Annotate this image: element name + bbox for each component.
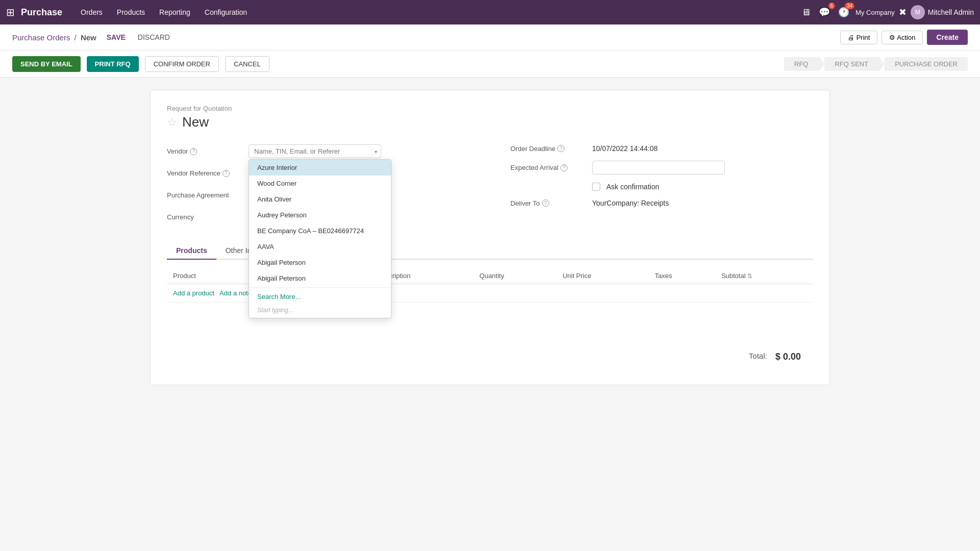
- vendor-dropdown: Azure Interior Wood Corner Anita Oliver …: [249, 159, 391, 318]
- breadcrumb-separator: /: [75, 33, 79, 42]
- expected-arrival-row: Expected Arrival ?: [510, 161, 813, 174]
- deliver-to-row: Deliver To ? YourCompany: Receipts: [510, 199, 813, 207]
- support-icon[interactable]: 🖥: [799, 5, 813, 20]
- dropdown-item-audrey-peterson[interactable]: Audrey Peterson: [249, 207, 391, 223]
- col-subtotal: Subtotal ⇅: [715, 268, 813, 284]
- cancel-button[interactable]: CANCEL: [225, 56, 270, 72]
- step-arrow-1: [818, 56, 824, 72]
- dropdown-item-anita-oliver[interactable]: Anita Oliver: [249, 191, 391, 207]
- ask-confirmation-label[interactable]: Ask confirmation: [592, 183, 659, 191]
- app-grid-icon[interactable]: ⊞: [6, 6, 15, 18]
- dropdown-hint: Start typing...: [249, 305, 391, 318]
- nav-right: 🖥 💬6 🕐34 My Company ✖ M Mitchell Admin: [799, 5, 974, 20]
- order-deadline-row: Order Deadline ? 10/07/2022 14:44:08: [510, 144, 813, 153]
- breadcrumb-left: Purchase Orders / New SAVE DISCARD: [12, 31, 174, 43]
- create-button[interactable]: Create: [927, 30, 968, 45]
- dropdown-item-be-company[interactable]: BE Company CoA – BE0246697724: [249, 223, 391, 239]
- form-title: New: [182, 114, 209, 130]
- dropdown-divider: [249, 287, 391, 288]
- dropdown-item-wood-corner[interactable]: Wood Corner: [249, 176, 391, 191]
- messages-badge: 6: [828, 3, 836, 9]
- deliver-to-value: YourCompany: Receipts: [592, 199, 813, 207]
- col-quantity: Quantity: [473, 268, 556, 284]
- print-rfq-button[interactable]: PRINT RFQ: [87, 56, 139, 72]
- order-deadline-value: 10/07/2022 14:44:08: [592, 144, 813, 153]
- col-taxes: Taxes: [649, 268, 715, 284]
- currency-label: Currency: [167, 213, 249, 221]
- print-icon: 🖨: [848, 34, 854, 41]
- deliver-to-label: Deliver To ?: [510, 199, 592, 207]
- user-avatar: M: [911, 5, 925, 19]
- breadcrumb-parent[interactable]: Purchase Orders: [12, 33, 70, 42]
- nav-orders[interactable]: Orders: [75, 5, 109, 19]
- expected-arrival-label: Expected Arrival ?: [510, 164, 592, 171]
- deliver-to-help-icon[interactable]: ?: [542, 199, 549, 207]
- action-button[interactable]: ⚙ Action: [881, 31, 923, 44]
- nav-configuration[interactable]: Configuration: [199, 5, 253, 19]
- vendor-input[interactable]: [249, 144, 381, 158]
- status-steps: RFQ RFQ SENT PURCHASE ORDER: [784, 56, 968, 72]
- dropdown-item-aava[interactable]: AAVA: [249, 239, 391, 255]
- vendor-help-icon[interactable]: ?: [190, 148, 197, 155]
- dropdown-search-more[interactable]: Search More...: [249, 289, 391, 305]
- breadcrumb: Purchase Orders / New: [12, 33, 96, 42]
- top-nav: ⊞ Purchase Orders Products Reporting Con…: [0, 0, 980, 24]
- tab-products[interactable]: Products: [167, 242, 216, 260]
- ask-confirmation-checkbox[interactable]: [592, 183, 600, 191]
- order-deadline-label: Order Deadline ?: [510, 145, 592, 153]
- form-card: Request for Quotation ☆ New Vendor ? ▾: [150, 90, 830, 385]
- sort-icon[interactable]: ⇅: [747, 272, 752, 280]
- vendor-ref-help-icon[interactable]: ?: [223, 170, 230, 177]
- nav-links: Orders Products Reporting Configuration: [75, 5, 795, 19]
- step-arrow-2: [878, 56, 885, 72]
- vendor-input-container: ▾ Azure Interior Wood Corner Anita Olive…: [249, 144, 381, 158]
- main-content: Request for Quotation ☆ New Vendor ? ▾: [138, 78, 842, 397]
- nav-reporting[interactable]: Reporting: [153, 5, 197, 19]
- dropdown-item-azure-interior[interactable]: Azure Interior: [249, 160, 391, 176]
- settings-icon[interactable]: ✖: [899, 7, 906, 18]
- form-title-row: ☆ New: [167, 114, 813, 130]
- expected-arrival-help-icon[interactable]: ?: [560, 164, 568, 171]
- form-grid: Vendor ? ▾ Azure Interior Wood Corner An…: [167, 144, 813, 232]
- app-name: Purchase: [21, 7, 62, 18]
- company-name: My Company: [855, 9, 895, 16]
- gear-icon: ⚙: [889, 34, 895, 41]
- add-note-link[interactable]: Add a note: [219, 289, 252, 297]
- total-amount: $ 0.00: [775, 352, 801, 362]
- nav-products[interactable]: Products: [111, 5, 151, 19]
- step-rfq-sent[interactable]: RFQ SENT: [824, 57, 878, 71]
- user-name: Mitchell Admin: [928, 8, 974, 16]
- dropdown-item-abigail-1[interactable]: Abigail Peterson: [249, 255, 391, 270]
- send-by-email-button[interactable]: SEND BY EMAIL: [12, 56, 81, 72]
- purchase-agreement-label: Purchase Agreement: [167, 191, 249, 199]
- dropdown-item-abigail-2[interactable]: Abigail Peterson: [249, 270, 391, 286]
- vendor-label: Vendor ?: [167, 147, 249, 155]
- activity-icon[interactable]: 🕐34: [836, 5, 851, 20]
- vendor-reference-label: Vendor Reference ?: [167, 169, 249, 177]
- ask-confirmation-row: Ask confirmation: [510, 183, 813, 191]
- expected-arrival-input[interactable]: [592, 161, 725, 174]
- total-row: Total: $ 0.00: [167, 343, 813, 370]
- total-label: Total:: [749, 352, 767, 362]
- confirm-order-button[interactable]: CONFIRM ORDER: [145, 56, 219, 72]
- form-subtitle: Request for Quotation: [167, 105, 813, 112]
- breadcrumb-actions: SAVE DISCARD: [103, 31, 174, 43]
- form-left: Vendor ? ▾ Azure Interior Wood Corner An…: [167, 144, 490, 232]
- vendor-field-row: Vendor ? ▾ Azure Interior Wood Corner An…: [167, 144, 490, 158]
- discard-button[interactable]: DISCARD: [134, 31, 174, 43]
- activity-badge: 34: [845, 3, 854, 9]
- col-unit-price: Unit Price: [556, 268, 649, 284]
- step-rfq[interactable]: RFQ: [784, 57, 818, 71]
- print-button[interactable]: 🖨 Print: [840, 31, 877, 44]
- user-menu[interactable]: M Mitchell Admin: [911, 5, 974, 19]
- breadcrumb-current: New: [81, 33, 96, 42]
- breadcrumb-right: 🖨 Print ⚙ Action Create: [840, 30, 968, 45]
- messages-icon[interactable]: 💬6: [817, 5, 832, 20]
- action-bar: SEND BY EMAIL PRINT RFQ CONFIRM ORDER CA…: [0, 51, 980, 78]
- save-button[interactable]: SAVE: [103, 31, 130, 43]
- step-purchase-order[interactable]: PURCHASE ORDER: [885, 57, 968, 71]
- add-product-link[interactable]: Add a product: [173, 289, 214, 297]
- favorite-star-icon[interactable]: ☆: [167, 116, 177, 129]
- breadcrumb-bar: Purchase Orders / New SAVE DISCARD 🖨 Pri…: [0, 24, 980, 51]
- order-deadline-help-icon[interactable]: ?: [557, 145, 565, 152]
